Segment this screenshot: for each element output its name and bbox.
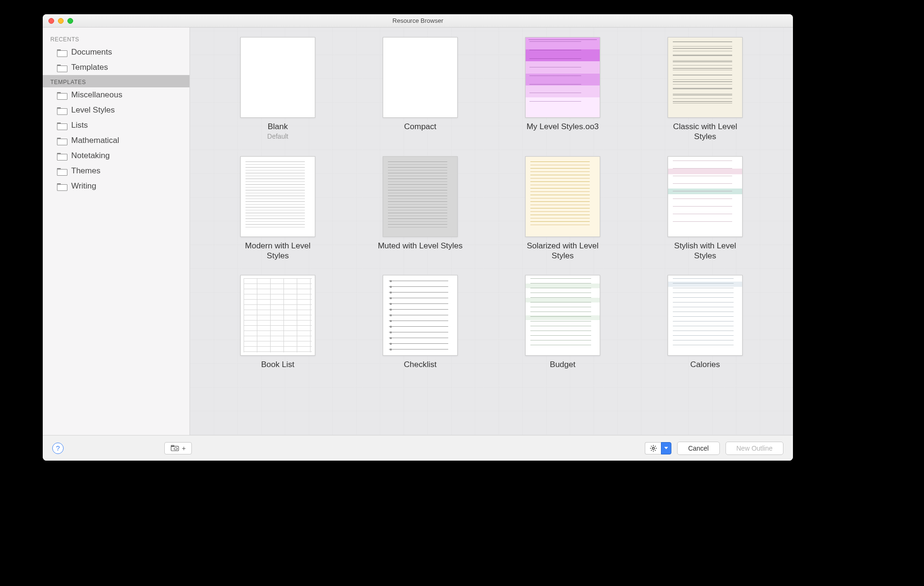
folder-icon bbox=[57, 182, 66, 190]
svg-point-3 bbox=[652, 447, 654, 449]
sidebar-item-label: Notetaking bbox=[71, 151, 110, 161]
template-label: Blank bbox=[268, 122, 288, 132]
template-gallery[interactable]: BlankDefaultCompactMy Level Styles.oo3Cl… bbox=[190, 28, 793, 435]
template-thumbnail[interactable] bbox=[383, 37, 458, 118]
template-label: My Level Styles.oo3 bbox=[527, 122, 599, 132]
template-thumbnail[interactable] bbox=[383, 275, 458, 356]
folder-icon bbox=[57, 48, 66, 56]
template-2[interactable]: My Level Styles.oo3 bbox=[506, 37, 620, 142]
template-thumbnail[interactable] bbox=[525, 275, 600, 356]
template-5[interactable]: Muted with Level Styles bbox=[363, 156, 477, 261]
template-label: Calories bbox=[690, 359, 720, 369]
template-thumbnail[interactable] bbox=[525, 156, 600, 237]
template-label: Book List bbox=[261, 359, 294, 369]
template-11[interactable]: Calories bbox=[648, 275, 762, 369]
template-7[interactable]: Stylish with Level Styles bbox=[648, 156, 762, 261]
svg-line-8 bbox=[651, 446, 652, 447]
template-thumbnail[interactable] bbox=[668, 37, 743, 118]
titlebar: Resource Browser bbox=[43, 14, 793, 28]
gear-button[interactable] bbox=[645, 442, 661, 454]
sidebar-item-category-3[interactable]: Mathematical bbox=[43, 133, 189, 148]
sidebar-item-label: Mathematical bbox=[71, 136, 119, 145]
sidebar-item-label: Themes bbox=[71, 166, 100, 176]
template-0[interactable]: BlankDefault bbox=[221, 37, 335, 142]
folder-icon bbox=[57, 167, 66, 175]
svg-line-11 bbox=[651, 450, 652, 451]
template-label: Modern with Level Styles bbox=[235, 241, 321, 261]
sidebar-header-templates[interactable]: TEMPLATES bbox=[43, 75, 189, 87]
template-thumbnail[interactable] bbox=[668, 275, 743, 356]
template-1[interactable]: Compact bbox=[363, 37, 477, 142]
template-label: Checklist bbox=[404, 359, 437, 369]
add-linked-folder-button[interactable]: + bbox=[164, 442, 192, 454]
resource-browser-window: Resource Browser RECENTS DocumentsTempla… bbox=[43, 14, 793, 461]
sidebar-item-label: Level Styles bbox=[71, 105, 115, 115]
sidebar-item-category-4[interactable]: Notetaking bbox=[43, 148, 189, 163]
sidebar-item-category-5[interactable]: Themes bbox=[43, 163, 189, 179]
template-4[interactable]: Modern with Level Styles bbox=[221, 156, 335, 261]
template-8[interactable]: Book List bbox=[221, 275, 335, 369]
template-6[interactable]: Solarized with Level Styles bbox=[506, 156, 620, 261]
cancel-button[interactable]: Cancel bbox=[677, 442, 720, 455]
template-label: Compact bbox=[404, 122, 436, 132]
new-outline-button: New Outline bbox=[726, 442, 783, 455]
svg-point-2 bbox=[174, 447, 177, 449]
svg-line-10 bbox=[655, 446, 656, 447]
gear-menu[interactable] bbox=[645, 442, 671, 454]
gear-icon bbox=[650, 444, 657, 452]
window-title: Resource Browser bbox=[43, 17, 793, 24]
sidebar-item-label: Documents bbox=[71, 47, 112, 57]
sidebar-header-recents: RECENTS bbox=[43, 32, 189, 45]
folder-icon bbox=[57, 137, 66, 144]
folder-icon bbox=[57, 91, 66, 99]
folder-icon bbox=[57, 64, 66, 71]
template-label: Classic with Level Styles bbox=[662, 122, 748, 142]
template-9[interactable]: Checklist bbox=[363, 275, 477, 369]
sidebar-item-category-1[interactable]: Level Styles bbox=[43, 103, 189, 118]
sidebar: RECENTS DocumentsTemplates TEMPLATES Mis… bbox=[43, 28, 190, 435]
template-grid: BlankDefaultCompactMy Level Styles.oo3Cl… bbox=[221, 37, 762, 369]
template-label: Muted with Level Styles bbox=[378, 241, 463, 251]
template-10[interactable]: Budget bbox=[506, 275, 620, 369]
template-thumbnail[interactable] bbox=[525, 37, 600, 118]
sidebar-item-label: Writing bbox=[71, 181, 96, 191]
template-thumbnail[interactable] bbox=[240, 156, 315, 237]
bottom-toolbar: ? + bbox=[43, 435, 793, 461]
gear-dropdown[interactable] bbox=[661, 442, 671, 454]
window-body: RECENTS DocumentsTemplates TEMPLATES Mis… bbox=[43, 28, 793, 435]
template-3[interactable]: Classic with Level Styles bbox=[648, 37, 762, 142]
template-thumbnail[interactable] bbox=[240, 275, 315, 356]
sidebar-item-label: Miscellaneous bbox=[71, 90, 123, 100]
sidebar-item-recents-1[interactable]: Templates bbox=[43, 60, 189, 75]
svg-line-9 bbox=[655, 450, 656, 451]
template-label: Budget bbox=[550, 359, 575, 369]
sidebar-item-category-2[interactable]: Lists bbox=[43, 118, 189, 133]
template-label: Stylish with Level Styles bbox=[662, 241, 748, 261]
template-sublabel: Default bbox=[267, 132, 288, 140]
sidebar-item-label: Templates bbox=[71, 63, 108, 72]
template-thumbnail[interactable] bbox=[383, 156, 458, 237]
sidebar-item-category-0[interactable]: Miscellaneous bbox=[43, 87, 189, 103]
template-label: Solarized with Level Styles bbox=[520, 241, 605, 261]
folder-icon bbox=[57, 106, 66, 114]
template-thumbnail[interactable] bbox=[668, 156, 743, 237]
sidebar-item-label: Lists bbox=[71, 121, 88, 130]
template-thumbnail[interactable] bbox=[240, 37, 315, 118]
sidebar-item-recents-0[interactable]: Documents bbox=[43, 45, 189, 60]
help-button[interactable]: ? bbox=[52, 443, 64, 454]
folder-icon bbox=[57, 152, 66, 160]
sidebar-item-category-6[interactable]: Writing bbox=[43, 179, 189, 194]
folder-link-icon bbox=[170, 445, 181, 452]
folder-icon bbox=[57, 122, 66, 129]
